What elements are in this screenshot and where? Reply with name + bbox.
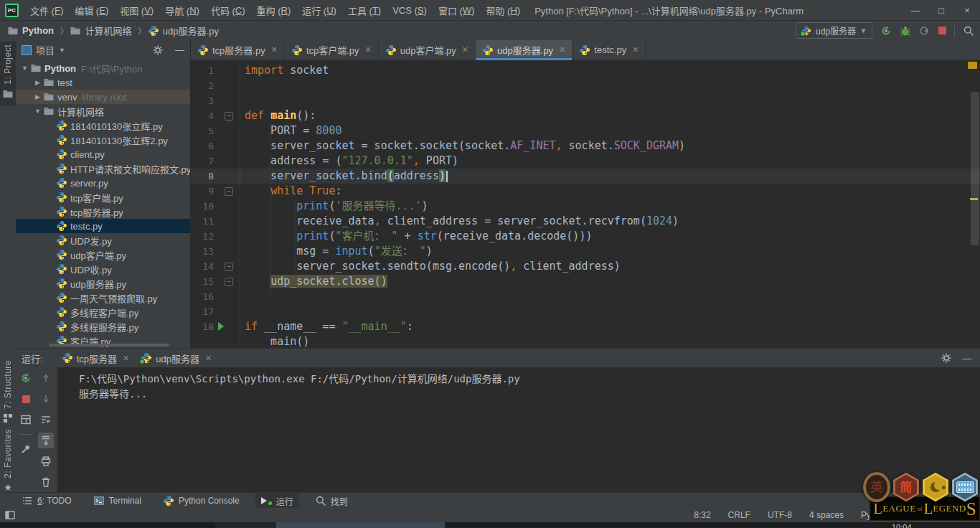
menu-item[interactable]: 文件 (F): [24, 0, 69, 20]
code-line[interactable]: 13 msg = input("发送： "): [191, 244, 980, 259]
tool-window-button-Terminal[interactable]: Terminal: [88, 493, 147, 509]
tree-item--py[interactable]: 多线程客户端.py: [16, 305, 190, 319]
stop-button[interactable]: [938, 27, 946, 34]
expand-arrow-icon[interactable]: ▶: [33, 79, 42, 86]
close-icon[interactable]: ✕: [559, 45, 565, 55]
breadcrumb-item[interactable]: Python: [7, 25, 54, 37]
up-stack-button[interactable]: [38, 370, 54, 386]
collapse-arrow-icon[interactable]: ▼: [33, 108, 42, 115]
code-line[interactable]: 1import socket: [191, 63, 980, 78]
tree-item--[interactable]: ▼计算机网络: [16, 104, 190, 118]
sidebar-tab-structure[interactable]: 7: Structure: [0, 357, 16, 425]
code-line[interactable]: main(): [191, 334, 980, 348]
tree-item-tcp-py[interactable]: tcp服务器.py: [16, 204, 190, 219]
down-stack-button[interactable]: [38, 391, 54, 407]
inspection-indicator[interactable]: [968, 62, 977, 69]
pin-tab-button[interactable]: [18, 441, 34, 457]
editor-tab-tcp客户端.py[interactable]: tcp客户端.py✕: [285, 40, 379, 60]
code-line[interactable]: 5 PORT = 8000: [191, 123, 980, 138]
debug-button[interactable]: [900, 25, 911, 37]
tree-item-1814010130-py[interactable]: 1814010130张立辉.py: [16, 118, 190, 133]
sidebar-tab-project[interactable]: 1: Project: [0, 42, 16, 106]
breadcrumb-item[interactable]: udp服务器.py: [148, 24, 219, 37]
search-everywhere-icon[interactable]: [963, 25, 974, 37]
code-line[interactable]: 12 print("客户机： " + str(receive_data.deco…: [191, 229, 980, 244]
console-output[interactable]: F:\代码\Python\venv\Scripts\python.exe F:/…: [57, 367, 980, 493]
code-line[interactable]: 8 server_socket.bind(address): [191, 169, 980, 184]
gear-icon[interactable]: [941, 352, 952, 364]
menu-item[interactable]: 编辑 (E): [69, 0, 114, 20]
code-line[interactable]: 4−def main():: [191, 108, 980, 123]
tool-window-button--[interactable]: 运行: [255, 493, 299, 509]
menu-item[interactable]: 运行 (U): [296, 0, 342, 20]
gear-icon[interactable]: [152, 44, 164, 56]
tree-item-venv[interactable]: ▶venvlibrary root: [16, 90, 190, 104]
tree-item-UDP-py[interactable]: UDP收.py: [16, 262, 190, 276]
collapse-arrow-icon[interactable]: ▼: [20, 65, 29, 72]
editor-scrollbar[interactable]: [971, 92, 979, 245]
simplified-chinese-badge[interactable]: 简: [892, 472, 920, 502]
menu-item[interactable]: 窗口 (W): [433, 0, 481, 20]
close-icon[interactable]: ✕: [462, 45, 468, 55]
code-line[interactable]: 11 receive_data, client_address = server…: [191, 214, 980, 229]
run-config-selector[interactable]: udp服务器 ▼: [796, 22, 872, 39]
tree-item-Python[interactable]: ▼PythonF:\代码\Python: [16, 61, 190, 75]
rerun-button[interactable]: [18, 370, 34, 386]
status-item[interactable]: 4 spaces: [809, 510, 844, 520]
stop-button[interactable]: [18, 391, 34, 407]
menu-item[interactable]: 视图 (V): [114, 0, 159, 20]
halfwidth-moon-badge[interactable]: [922, 472, 949, 502]
close-icon[interactable]: ✕: [123, 354, 129, 363]
editor-tab-testc.py[interactable]: testc.py✕: [573, 40, 646, 60]
code-line[interactable]: 10 print('服务器等待...'): [191, 199, 980, 214]
tree-item--py[interactable]: 多线程服务器.py: [16, 319, 190, 334]
maximize-button[interactable]: □: [928, 0, 954, 20]
tool-window-button--TODO[interactable]: 6: TODO: [16, 493, 77, 509]
scroll-to-end-button[interactable]: [38, 433, 54, 448]
code-line[interactable]: 7 address = ("127.0.0.1", PORT): [191, 154, 980, 169]
breadcrumb-item[interactable]: 计算机网络: [70, 24, 131, 37]
run-line-icon[interactable]: [218, 322, 224, 331]
menu-item[interactable]: 帮助 (H): [480, 0, 526, 20]
run-tab-tcp服务器[interactable]: tcp服务器✕: [56, 349, 136, 367]
code-line[interactable]: 3: [191, 93, 980, 108]
fold-marker-icon[interactable]: −: [225, 263, 233, 271]
hide-panel-button[interactable]: —: [962, 353, 971, 364]
tree-item-1814010130-2-py[interactable]: 1814010130张立辉2.py: [16, 133, 190, 147]
code-line[interactable]: 18if __name__ == "__main__":: [191, 319, 980, 334]
horizontal-scrollbar[interactable]: [49, 344, 169, 346]
tree-item-UDP-py[interactable]: UDP发.py: [16, 233, 190, 248]
close-icon[interactable]: ✕: [632, 45, 639, 55]
menu-item[interactable]: 导航 (N): [159, 0, 205, 20]
english-mode-badge[interactable]: 英: [863, 472, 890, 502]
menu-item[interactable]: VCS (S): [387, 0, 433, 20]
status-item[interactable]: UTF-8: [768, 510, 792, 520]
hide-panel-button[interactable]: —: [175, 44, 184, 55]
editor-tab-tcp服务器.py[interactable]: tcp服务器.py✕: [191, 40, 285, 60]
editor-tab-udp客户端.py[interactable]: udp客户端.py✕: [379, 40, 476, 60]
fold-marker-icon[interactable]: −: [225, 112, 233, 121]
clear-console-button[interactable]: [38, 474, 54, 490]
code-line[interactable]: 2: [191, 78, 980, 93]
code-line[interactable]: 6 server_socket = socket.socket(socket.A…: [191, 138, 980, 154]
status-item[interactable]: 8:32: [694, 510, 710, 520]
soft-wrap-button[interactable]: [38, 412, 54, 428]
code-line[interactable]: 15− udp_socket.close(): [191, 274, 980, 289]
tree-item-server-py[interactable]: server.py: [16, 176, 190, 190]
tree-item-testc-py[interactable]: testc.py: [16, 219, 190, 233]
menu-item[interactable]: 重构 (R): [251, 0, 297, 20]
tree-item--py[interactable]: 一周天气预报爬取.py: [16, 291, 190, 305]
tree-item-HTTP-py[interactable]: HTTP请求报文和响应报文.py: [16, 161, 190, 176]
fold-marker-icon[interactable]: −: [225, 278, 233, 286]
tree-item-test[interactable]: ▶test: [16, 75, 190, 90]
tool-window-button--[interactable]: 找到: [309, 493, 354, 509]
restore-layout-button[interactable]: [18, 412, 34, 428]
print-button[interactable]: [38, 453, 54, 469]
close-icon[interactable]: ✕: [365, 45, 372, 55]
code-line[interactable]: 17: [191, 304, 980, 319]
code-area[interactable]: 1import socket234−def main():5 PORT = 80…: [191, 60, 980, 348]
close-icon[interactable]: ✕: [271, 45, 278, 55]
fold-marker-icon[interactable]: −: [225, 187, 233, 196]
menu-item[interactable]: 代码 (C): [205, 0, 251, 20]
tree-item-udp-py[interactable]: udp服务器.py: [16, 276, 190, 291]
